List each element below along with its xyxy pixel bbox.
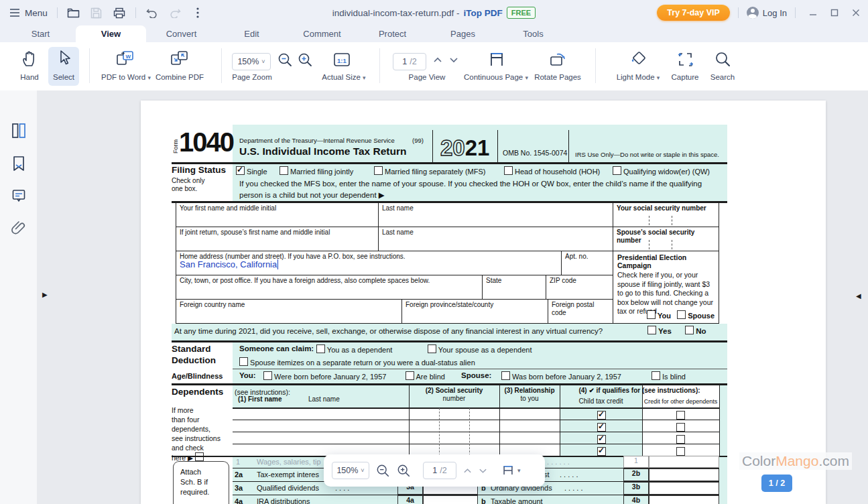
open-file-icon[interactable] <box>67 6 80 19</box>
zoom-level-select[interactable]: 150%˅ <box>232 53 271 70</box>
select-tool-icon[interactable] <box>57 50 72 67</box>
dependent-row-child-checkbox[interactable] <box>597 410 606 422</box>
spouse-itemizes-option[interactable]: Spouse itemizes on a separate return or … <box>239 357 475 367</box>
virtual-currency-no[interactable]: No <box>685 326 706 335</box>
search-label[interactable]: Search <box>704 73 741 81</box>
line3b-amount-cell[interactable] <box>649 482 719 495</box>
tab-protect[interactable]: Protect <box>357 25 428 42</box>
hand-tool-icon[interactable] <box>21 50 38 67</box>
undo-icon[interactable] <box>145 6 159 19</box>
line4b-amount-cell[interactable] <box>649 495 719 504</box>
tab-convert[interactable]: Convert <box>146 25 216 42</box>
pdf-page[interactable]: Form 1040 Department of the Treasury—Int… <box>141 101 826 504</box>
tab-tools[interactable]: Tools <box>498 25 568 42</box>
float-zoom-in-icon[interactable] <box>397 464 411 478</box>
next-page-icon[interactable] <box>449 57 458 63</box>
ssn-field[interactable]: Your social security number <box>613 203 719 227</box>
line2b-amount-cell[interactable] <box>649 468 719 481</box>
checkbox[interactable] <box>263 371 272 380</box>
apt-no-field[interactable]: Apt. no. <box>562 251 613 275</box>
menu-button[interactable]: Menu <box>9 8 48 18</box>
float-continuous-page-button[interactable]: ▾ <box>501 463 521 478</box>
claim-you-option[interactable]: You as a dependent <box>316 344 392 354</box>
page-indicator-badge[interactable]: 1 / 2 <box>761 475 792 492</box>
foreign-postal-field[interactable]: Foreign postal code <box>548 300 613 324</box>
pdf-to-word-icon[interactable]: W <box>115 50 135 67</box>
attachments-panel-icon[interactable] <box>11 220 26 236</box>
zoom-out-icon[interactable] <box>277 52 293 68</box>
home-address-field[interactable]: Home address (number and street). If you… <box>176 251 562 275</box>
actual-size-icon[interactable]: 1:1 <box>333 51 351 68</box>
page-number-input[interactable]: 1/2 <box>393 53 426 70</box>
capture-label[interactable]: Capture <box>665 73 705 81</box>
dependent-row-child-checkbox[interactable] <box>597 434 606 446</box>
spouse-blind-option[interactable]: Is blind <box>652 371 686 381</box>
last-name-field[interactable]: Last name <box>379 203 613 227</box>
save-icon[interactable] <box>90 6 103 19</box>
rotate-pages-icon[interactable] <box>549 51 568 68</box>
pec-you-checkbox[interactable] <box>647 310 656 319</box>
checkbox-checked[interactable] <box>236 166 245 175</box>
dependent-row-other-checkbox[interactable] <box>676 410 685 422</box>
light-mode-icon[interactable] <box>629 50 647 68</box>
select-tool-label[interactable]: Select <box>46 73 82 81</box>
maximize-button[interactable] <box>830 9 839 17</box>
light-mode-label[interactable]: Light Mode ▾ <box>607 73 669 81</box>
continuous-page-icon[interactable] <box>488 51 505 68</box>
panel-expand-arrow-icon[interactable]: ◀ <box>856 293 861 300</box>
checkbox[interactable] <box>652 371 660 380</box>
spouse-born-option[interactable]: Was born before January 2, 1957 <box>501 371 621 381</box>
checkbox[interactable] <box>406 371 414 380</box>
float-next-page-icon[interactable] <box>479 468 487 474</box>
claim-spouse-option[interactable]: Your spouse as a dependent <box>428 344 532 354</box>
filing-option-qw[interactable]: Qualifying widow(er) (QW) <box>613 166 710 176</box>
sidebar-expand-arrow-icon[interactable]: ▶ <box>42 292 48 298</box>
virtual-currency-yes[interactable]: Yes <box>647 326 672 335</box>
actual-size-label[interactable]: Actual Size ▾ <box>314 73 374 81</box>
home-address-value[interactable]: San Francisco, California <box>180 259 278 269</box>
line1-amount-cell[interactable] <box>649 456 719 468</box>
foreign-province-field[interactable]: Foreign province/state/county <box>402 300 548 324</box>
continuous-page-label[interactable]: Continuous Page ▾ <box>457 73 535 81</box>
checkbox[interactable] <box>501 371 510 380</box>
checkbox[interactable] <box>647 326 656 334</box>
redo-icon[interactable] <box>168 6 182 19</box>
city-field[interactable]: City, town, or post office. If you have … <box>176 275 483 300</box>
tab-pages[interactable]: Pages <box>428 25 498 42</box>
checkbox[interactable] <box>374 166 383 175</box>
dependent-row-child-checkbox[interactable] <box>597 422 606 434</box>
combine-pdf-icon[interactable] <box>170 50 190 67</box>
dependent-row-other-checkbox[interactable] <box>676 422 685 434</box>
login-button[interactable]: Log In <box>747 7 787 19</box>
capture-icon[interactable] <box>677 51 694 68</box>
tab-view[interactable]: View <box>76 25 146 42</box>
checkbox[interactable] <box>239 357 248 366</box>
you-blind-option[interactable]: Are blind <box>406 371 445 381</box>
combine-pdf-label[interactable]: Combine PDF <box>151 73 208 81</box>
checkbox[interactable] <box>504 166 513 175</box>
float-zoom-out-icon[interactable] <box>376 464 390 478</box>
minimize-button[interactable] <box>809 9 817 17</box>
document-canvas[interactable]: ▶ ◀ Form 1040 Department of the Treasury… <box>37 90 868 504</box>
first-name-field[interactable]: Your first name and middle initial <box>176 203 379 227</box>
vip-trial-button[interactable]: Try 7-day VIP <box>657 5 730 21</box>
checkbox[interactable] <box>685 326 694 334</box>
spouse-first-name-field[interactable]: If joint return, spouse’s first name and… <box>176 227 379 251</box>
dependent-row-other-checkbox[interactable] <box>676 434 685 446</box>
float-zoom-select[interactable]: 150%˅ <box>332 462 369 479</box>
zip-field[interactable]: ZIP code <box>546 275 613 300</box>
tab-start[interactable]: Start <box>5 25 76 42</box>
state-field[interactable]: State <box>483 275 546 300</box>
filing-option-mfj[interactable]: Married filing jointly <box>280 166 353 176</box>
more-options-icon[interactable] <box>191 6 204 19</box>
checkbox[interactable] <box>280 166 288 175</box>
pec-spouse-checkbox[interactable] <box>677 310 686 319</box>
spouse-ssn-field[interactable]: Spouse’s social security number <box>613 227 719 251</box>
checkbox[interactable] <box>316 344 325 353</box>
filing-option-single[interactable]: Single <box>236 166 267 176</box>
foreign-country-field[interactable]: Foreign country name <box>176 300 402 324</box>
close-button[interactable] <box>852 9 860 17</box>
float-page-input[interactable]: 1/2 <box>423 462 456 479</box>
search-icon[interactable] <box>715 51 731 68</box>
filing-option-mfs[interactable]: Married filing separately (MFS) <box>374 166 485 176</box>
